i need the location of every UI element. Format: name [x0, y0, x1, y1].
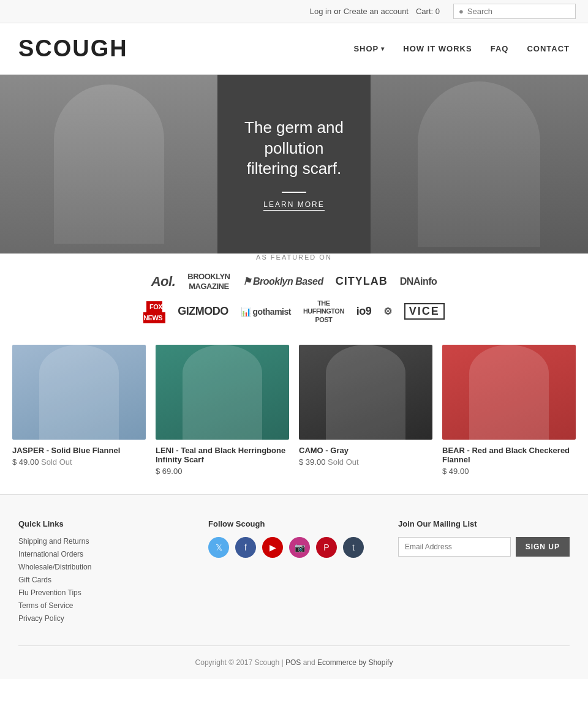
product-figure	[326, 345, 406, 440]
product-figure	[469, 345, 549, 440]
nav-shop[interactable]: SHOP ▾	[353, 44, 385, 53]
main-nav: SHOP ▾ HOW IT WORKS FAQ CONTACT	[353, 44, 570, 53]
product-card-jasper[interactable]: JASPER - Solid Blue Flannel $ 49.00 Sold…	[12, 345, 146, 476]
create-account-link[interactable]: Create an account	[344, 7, 409, 16]
logos-row-2: FOXNEWS GIZMODO 📊 gothamist THEHUFFINGTO…	[18, 299, 570, 324]
nav-faq[interactable]: FAQ	[491, 44, 509, 53]
hero-background: The germ and pollution filtering scarf. …	[0, 75, 588, 254]
logo-brooklyn-based: ⚑ Brooklyn Based	[243, 276, 323, 287]
hero-headline-line2: pollution	[265, 139, 324, 157]
logo-brooklyn-magazine: BROOKLYNMAGAZINE	[187, 272, 230, 291]
pinterest-icon[interactable]: P	[316, 537, 337, 558]
copyright: Copyright © 2017 Scough | POS and Ecomme…	[18, 645, 570, 667]
logo-aol: Aol.	[151, 274, 176, 290]
chevron-down-icon: ▾	[381, 45, 385, 52]
hero-divider	[282, 192, 306, 193]
search-icon: ●	[459, 7, 464, 16]
copyright-text: Copyright © 2017 Scough |	[195, 658, 284, 667]
product-price-leni: $ 69.00	[156, 467, 289, 476]
mailing-list-title: Join Our Mailing List	[398, 519, 570, 528]
product-card-leni[interactable]: LENI - Teal and Black Herringbone Infini…	[156, 345, 289, 476]
hero-figure-right	[418, 81, 540, 247]
footer-columns: Quick Links Shipping and Returns Interna…	[18, 519, 570, 627]
featured-section: AS FEATURED ON Aol. BROOKLYNMAGAZINE ⚑ B…	[0, 254, 588, 339]
cart-label: Cart:	[416, 7, 433, 16]
featured-label: AS FEATURED ON	[18, 254, 570, 261]
site-header: SCOUGH SHOP ▾ HOW IT WORKS FAQ CONTACT	[0, 23, 588, 75]
logo-huffington-post: THEHUFFINGTONPOST	[303, 299, 344, 324]
footer-link-wholesale[interactable]: Wholesale/Distribution	[18, 563, 190, 571]
youtube-icon[interactable]: ▶	[262, 537, 283, 558]
facebook-icon[interactable]: f	[235, 537, 256, 558]
product-card-camo[interactable]: CAMO - Gray $ 39.00 Sold Out	[299, 345, 432, 476]
nav-contact[interactable]: CONTACT	[527, 44, 570, 53]
follow-title: Follow Scough	[208, 519, 380, 528]
footer-link-shipping[interactable]: Shipping and Returns	[18, 537, 190, 546]
product-name-jasper: JASPER - Solid Blue Flannel	[12, 446, 146, 455]
logo-gizmodo: GIZMODO	[178, 305, 228, 318]
footer-follow: Follow Scough 𝕏 f ▶ 📷 P t	[208, 519, 380, 627]
product-price-jasper: $ 49.00 Sold Out	[12, 457, 146, 467]
or-text: or	[334, 7, 341, 16]
product-image-camo	[299, 345, 432, 440]
logo-citylab: CITYLAB	[336, 275, 388, 288]
hero-panel-left	[0, 75, 217, 254]
hero-cta-button[interactable]: LEARN MORE	[263, 200, 324, 211]
site-logo[interactable]: SCOUGH	[18, 36, 128, 62]
top-bar: Log in or Create an account Cart: 0 ●	[0, 0, 588, 23]
footer-link-privacy[interactable]: Privacy Policy	[18, 614, 190, 623]
hero-section: The germ and pollution filtering scarf. …	[0, 75, 588, 254]
product-card-bear[interactable]: BEAR - Red and Black Checkered Flannel $…	[442, 345, 576, 476]
auth-links: Log in or Create an account	[310, 7, 409, 16]
logo-io9: io9	[356, 305, 372, 318]
login-link[interactable]: Log in	[310, 7, 331, 16]
search-container: ●	[453, 4, 576, 19]
footer-link-terms[interactable]: Terms of Service	[18, 601, 190, 610]
social-icons: 𝕏 f ▶ 📷 P t	[208, 537, 380, 558]
hero-figure-left	[54, 85, 164, 244]
product-image-bear	[442, 345, 576, 440]
product-name-leni: LENI - Teal and Black Herringbone Infini…	[156, 446, 289, 464]
hero-panel-middle: The germ and pollution filtering scarf. …	[217, 75, 371, 254]
product-figure	[183, 345, 263, 440]
product-price-bear: $ 49.00	[442, 467, 576, 476]
logos-row-1: Aol. BROOKLYNMAGAZINE ⚑ Brooklyn Based C…	[18, 272, 570, 291]
quick-links-title: Quick Links	[18, 519, 190, 528]
footer-mailing-list: Join Our Mailing List SIGN UP	[398, 519, 570, 627]
hero-headline-line1: The germ and	[244, 118, 344, 137]
product-soldout-camo: Sold Out	[328, 457, 359, 467]
logo-fox-news: FOXNEWS	[143, 301, 165, 323]
email-input[interactable]	[398, 537, 511, 557]
product-image-jasper	[12, 345, 146, 440]
instagram-icon[interactable]: 📷	[289, 537, 310, 558]
logo-gothamist: 📊 gothamist	[241, 307, 291, 317]
product-name-bear: BEAR - Red and Black Checkered Flannel	[442, 446, 576, 464]
nav-how-it-works[interactable]: HOW IT WORKS	[403, 44, 472, 53]
tumblr-icon[interactable]: t	[343, 537, 364, 558]
site-footer: Quick Links Shipping and Returns Interna…	[0, 494, 588, 679]
products-grid: JASPER - Solid Blue Flannel $ 49.00 Sold…	[12, 345, 576, 476]
hero-headline: The germ and pollution filtering scarf.	[244, 118, 344, 179]
footer-link-flu[interactable]: Flu Prevention Tips	[18, 588, 190, 597]
twitter-icon[interactable]: 𝕏	[208, 537, 229, 558]
product-price-camo: $ 39.00 Sold Out	[299, 457, 432, 467]
search-input[interactable]	[467, 7, 570, 16]
footer-quick-links: Quick Links Shipping and Returns Interna…	[18, 519, 190, 627]
cart-info[interactable]: Cart: 0	[416, 7, 440, 16]
pos-link[interactable]: POS	[285, 658, 301, 667]
hero-headline-line3: filtering scarf.	[247, 159, 342, 178]
logo-dnainfo: DNAinfo	[400, 276, 437, 287]
logo-vice: VICE	[404, 303, 445, 320]
footer-link-international[interactable]: International Orders	[18, 550, 190, 558]
footer-link-gift-cards[interactable]: Gift Cards	[18, 576, 190, 584]
and-text: and	[303, 658, 315, 667]
shopify-link[interactable]: Ecommerce by Shopify	[317, 658, 393, 667]
products-section: JASPER - Solid Blue Flannel $ 49.00 Sold…	[0, 339, 588, 494]
product-figure	[39, 345, 119, 440]
mailing-form: SIGN UP	[398, 537, 570, 557]
hero-panel-right	[371, 75, 588, 254]
logo-gear: ⚙	[383, 306, 392, 317]
signup-button[interactable]: SIGN UP	[516, 537, 570, 557]
cart-count: 0	[435, 7, 440, 16]
product-name-camo: CAMO - Gray	[299, 446, 432, 455]
